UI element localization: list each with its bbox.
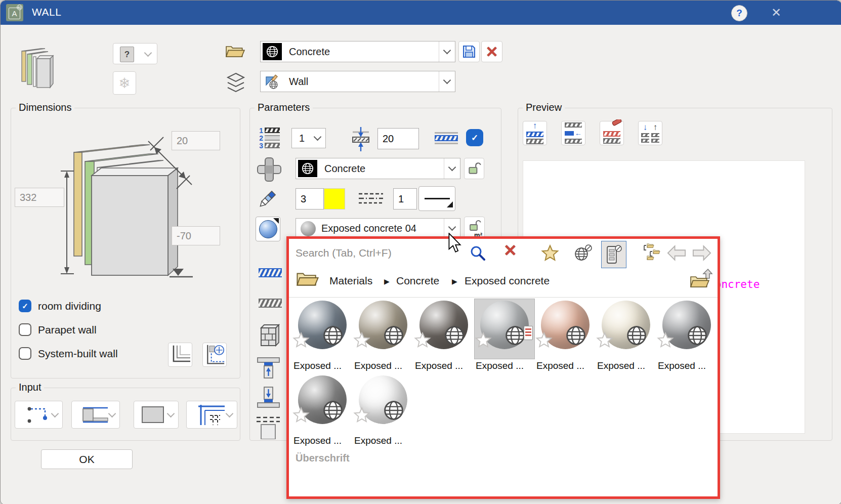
input-mode-dropdown-3[interactable]: [134, 401, 179, 429]
forward-arrow-icon[interactable]: [692, 245, 712, 261]
axis-offset-icon: [204, 344, 225, 365]
favorite-star-icon[interactable]: [292, 406, 310, 424]
material-tile[interactable]: Exposed ...: [353, 299, 413, 373]
checkbox-box[interactable]: ✓: [19, 300, 31, 312]
breadcrumb-item-concrete[interactable]: Concrete: [396, 275, 439, 287]
globe-icon: [504, 324, 526, 347]
layer-thickness-field[interactable]: 20: [377, 128, 419, 149]
pen-color-swatch[interactable]: [324, 188, 345, 209]
globe-icon: [625, 324, 648, 347]
left-arrow-icon: ←: [575, 129, 582, 137]
pen-thickness-field[interactable]: 3: [296, 188, 324, 209]
favorite-star-icon[interactable]: [596, 331, 613, 349]
material-combo-chevron[interactable]: [444, 158, 460, 179]
search-icon[interactable]: [469, 245, 486, 262]
breadcrumb-item-exposed-concrete[interactable]: Exposed concrete: [465, 275, 550, 287]
layer-combo-chevron[interactable]: [439, 71, 455, 92]
surface-value: Exposed concrete 04: [321, 223, 416, 234]
material-tile-label: Exposed ...: [354, 435, 402, 446]
delete-favorite-button[interactable]: ✕: [481, 41, 502, 62]
hide-server-content-toggle[interactable]: [601, 241, 626, 268]
globe-icon: [322, 399, 344, 422]
input-mode-dropdown-4[interactable]: [186, 401, 237, 429]
clear-search-icon[interactable]: ✕: [503, 241, 517, 260]
favorite-star-icon[interactable]: [353, 331, 370, 349]
polyline-input-icon: [26, 405, 52, 425]
favorite-star-icon[interactable]: [353, 406, 370, 424]
line-style-dropdown[interactable]: [418, 186, 455, 211]
section-reference-icon[interactable]: [256, 415, 281, 439]
breadcrumb-item-materials[interactable]: Materials: [329, 275, 372, 287]
layer-combobox[interactable]: Wall: [260, 71, 455, 92]
folder-up-icon[interactable]: [690, 268, 714, 290]
material-tile[interactable]: Exposed ...: [535, 299, 595, 373]
height-reference-dropdown[interactable]: ?: [113, 43, 157, 64]
pattern-icon[interactable]: [259, 299, 282, 308]
bottom-connection-icon[interactable]: [257, 385, 280, 410]
folder-structure-icon[interactable]: [640, 243, 662, 263]
material-tile[interactable]: Exposed ...: [414, 299, 474, 373]
globe-icon: [565, 324, 587, 347]
wall-type-icon: [19, 43, 54, 89]
preview-title: Preview: [523, 102, 565, 113]
layer-active-checkbox[interactable]: ✓: [466, 129, 483, 146]
favorite-combo-chevron[interactable]: [439, 41, 455, 62]
close-button[interactable]: ✕: [768, 5, 785, 21]
base-offset-field[interactable]: -70: [172, 226, 220, 245]
open-favorite-folder-icon[interactable]: [225, 44, 245, 59]
checkbox-system-built-wall[interactable]: System-built wall: [19, 347, 118, 360]
axis-offset-button[interactable]: [202, 343, 227, 367]
top-layer-thickness-field[interactable]: 20: [172, 131, 220, 150]
search-input[interactable]: Search (Tab, Ctrl+F): [296, 247, 392, 259]
checkbox-room-dividing[interactable]: ✓ room dividing: [19, 300, 101, 312]
delete-layer-button[interactable]: [600, 121, 624, 145]
material-tile[interactable]: Exposed ...: [657, 299, 717, 373]
layer-count-icon: 1 2 3: [257, 127, 280, 149]
checkbox-parapet-wall[interactable]: Parapet wall: [19, 323, 97, 336]
pen-icon: [257, 186, 280, 211]
insert-layer-button[interactable]: ←: [561, 121, 585, 145]
favorite-combobox[interactable]: Concrete: [260, 41, 455, 62]
favorite-star-icon[interactable]: [414, 331, 431, 349]
input-mode-dropdown-2[interactable]: [71, 401, 120, 429]
line-type-field[interactable]: 1: [393, 188, 417, 209]
layer-number-dropdown[interactable]: 1: [291, 128, 326, 148]
web-content-icon[interactable]: [573, 244, 593, 262]
up-arrow-icon: ↑: [651, 123, 659, 132]
ok-button[interactable]: OK: [41, 449, 133, 469]
input-mode-dropdown-1[interactable]: [15, 401, 63, 429]
favorite-star-icon[interactable]: [535, 331, 553, 349]
top-connection-icon[interactable]: [257, 355, 280, 380]
hatch-display-icon: [435, 132, 458, 144]
corner-layers-button[interactable]: [168, 343, 192, 367]
help-button[interactable]: ?: [731, 5, 747, 21]
wall-height-field[interactable]: 332: [15, 188, 64, 207]
raise-layer-button[interactable]: ↑: [523, 121, 547, 145]
material-tile-label: Exposed ...: [293, 435, 342, 446]
freeze-button[interactable]: ❄: [113, 71, 136, 95]
material-tile[interactable]: Exposed ...: [292, 374, 352, 448]
favorite-star-icon[interactable]: [657, 331, 674, 349]
favorite-star-icon[interactable]: [292, 331, 310, 349]
material-tile-label: Exposed ...: [536, 360, 584, 371]
material-combobox[interactable]: Concrete: [296, 158, 460, 179]
chevron-down-icon: [226, 410, 234, 418]
save-favorite-button[interactable]: [458, 41, 480, 62]
face-style-icon[interactable]: [257, 323, 280, 349]
material-tile[interactable]: Exposed ...: [292, 299, 352, 373]
wall-section-icon: [81, 405, 110, 425]
parameters-title: Parameters: [255, 102, 313, 113]
surface-combobox[interactable]: Exposed concrete 04: [296, 218, 460, 238]
material-lock-button[interactable]: [464, 158, 484, 179]
back-arrow-icon[interactable]: [666, 245, 687, 261]
breadcrumb-separator-icon: ▶: [384, 277, 390, 285]
material-tile[interactable]: Exposed ...: [596, 299, 656, 373]
material-tile[interactable]: Exposed ...: [353, 374, 413, 448]
surface-button[interactable]: [256, 217, 280, 241]
hatching-icon[interactable]: [259, 268, 282, 277]
divider: [289, 297, 718, 298]
favorite-star-icon[interactable]: [475, 331, 492, 349]
swap-layers-button[interactable]: ↓ ↑: [638, 121, 662, 145]
favorites-star-icon[interactable]: [541, 244, 559, 262]
material-tile-selected[interactable]: Exposed ...: [475, 299, 534, 373]
